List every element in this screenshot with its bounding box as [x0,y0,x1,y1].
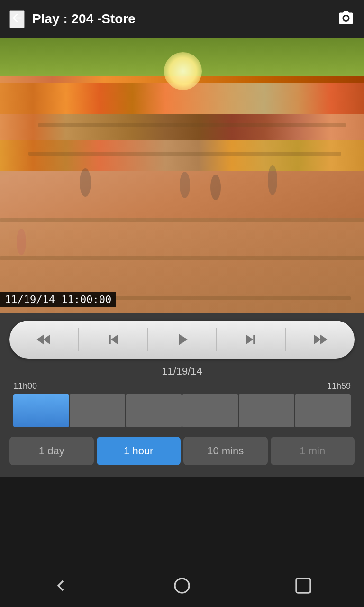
video-timestamp: 11/19/14 11:00:00 [0,292,116,307]
svg-point-9 [17,229,26,255]
rewind-button[interactable] [28,326,60,353]
svg-rect-1 [28,152,341,156]
fast-forward-button[interactable] [304,326,336,353]
svg-rect-10 [254,335,255,344]
timeline-area: 11h00 11h59 [9,381,355,432]
bottom-nav [0,564,364,607]
next-button[interactable] [235,326,267,353]
timeline-segment-4[interactable] [239,394,294,427]
svg-point-6 [180,172,190,198]
duration-1day-button[interactable]: 1 day [9,437,94,465]
svg-rect-12 [296,579,310,593]
prev-button[interactable] [97,326,129,353]
timeline-segment-2[interactable] [126,394,182,427]
duration-buttons: 1 day 1 hour 10 mins 1 min [9,432,355,472]
page-title: Play : 204 -Store [32,11,330,27]
back-button[interactable] [9,10,25,28]
timeline-segment-5[interactable] [295,394,351,427]
svg-rect-0 [38,123,346,127]
timeline-end: 11h59 [327,381,351,391]
playback-date: 11/19/14 [9,359,355,381]
duration-1hour-button[interactable]: 1 hour [97,437,181,465]
svg-point-8 [268,165,277,195]
play-button[interactable] [166,326,198,353]
video-player: 11/19/14 11:00:00 [0,38,364,313]
svg-point-5 [80,168,91,197]
playback-bar [9,321,355,359]
svg-rect-2 [0,218,364,222]
svg-rect-3 [0,256,364,260]
nav-back-button[interactable] [51,576,70,595]
screenshot-button[interactable] [337,9,355,29]
timeline-times: 11h00 11h59 [13,381,351,391]
nav-home-button[interactable] [173,576,191,595]
timeline-segment-1[interactable] [70,394,125,427]
duration-10mins-button[interactable]: 10 mins [183,437,268,465]
timeline-track[interactable] [13,394,351,427]
top-bar: Play : 204 -Store [0,0,364,38]
duration-1min-button[interactable]: 1 min [271,437,355,465]
nav-recent-button[interactable] [294,576,313,595]
svg-point-11 [175,579,189,593]
timeline-segment-0[interactable] [13,394,69,427]
timeline-start: 11h00 [13,381,37,391]
timeline-segment-3[interactable] [182,394,238,427]
controls-area: 11/19/14 11h00 11h59 1 day 1 hour 10 min… [0,313,364,477]
svg-point-7 [210,175,221,200]
